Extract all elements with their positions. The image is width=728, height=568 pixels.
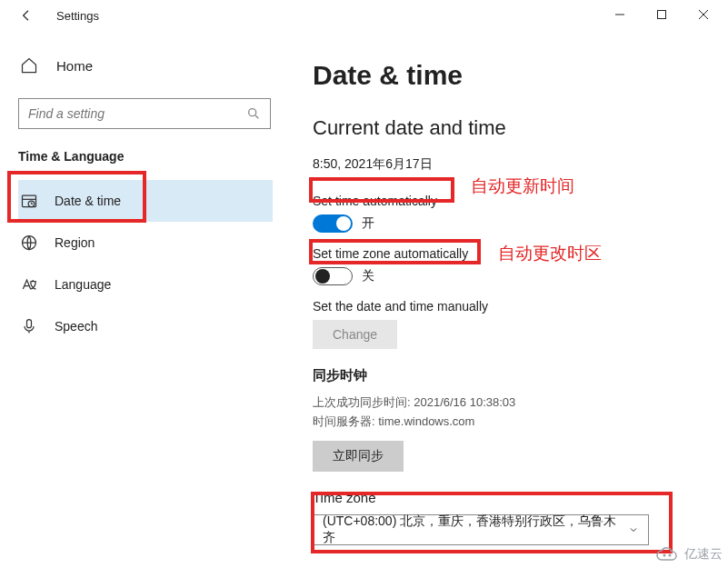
annotation-auto-time: 自动更新时间 [471, 174, 574, 198]
sidebar-item-speech[interactable]: Speech [18, 305, 273, 347]
tz-dropdown[interactable]: (UTC+08:00) 北京，重庆，香港特别行政区，乌鲁木齐 [313, 514, 649, 545]
change-button: Change [313, 320, 397, 349]
set-time-auto-toggle[interactable] [313, 214, 353, 233]
sync-now-button[interactable]: 立即同步 [313, 441, 404, 472]
current-time-heading: Current date and time [313, 116, 706, 140]
close-button[interactable] [683, 0, 724, 29]
content-pane: Date & time Current date and time 8:50, … [291, 29, 728, 568]
search-input[interactable] [18, 98, 271, 129]
toggle-on-label: 开 [362, 215, 374, 232]
sidebar-item-region[interactable]: Region [18, 222, 273, 264]
sidebar-item-label: Speech [55, 319, 97, 334]
manual-time-label: Set the date and time manually [313, 299, 488, 314]
search-icon [246, 106, 261, 121]
svg-rect-12 [27, 320, 32, 328]
watermark: 亿速云 [655, 546, 723, 563]
sidebar-home[interactable]: Home [18, 51, 273, 80]
back-button[interactable] [18, 7, 35, 24]
annotation-auto-tz: 自动更改时区 [498, 242, 602, 265]
home-icon [20, 56, 38, 75]
globe-icon [20, 234, 38, 252]
sync-server: 时间服务器: time.windows.com [313, 413, 706, 432]
sidebar: Home Time & Language Date & time [0, 29, 291, 568]
tz-value: (UTC+08:00) 北京，重庆，香港特别行政区，乌鲁木齐 [323, 513, 628, 546]
svg-line-5 [255, 115, 258, 118]
tz-label: Time zone [313, 490, 706, 505]
toggle-off-label: 关 [362, 268, 374, 284]
search-field[interactable] [28, 106, 246, 121]
sidebar-section-title: Time & Language [18, 149, 273, 164]
svg-point-14 [669, 554, 672, 557]
clock-icon [20, 192, 38, 210]
sync-header: 同步时钟 [313, 367, 706, 384]
set-tz-auto-toggle[interactable] [313, 267, 353, 285]
cloud-icon [655, 546, 679, 563]
home-label: Home [56, 58, 93, 74]
titlebar: Settings [0, 0, 728, 29]
window-title: Settings [56, 9, 99, 23]
page-title: Date & time [313, 60, 706, 91]
svg-point-13 [663, 554, 666, 557]
current-time-value: 8:50, 2021年6月17日 [313, 156, 706, 173]
sync-last-time: 上次成功同步时间: 2021/6/16 10:38:03 [313, 394, 706, 413]
chevron-down-icon [628, 524, 639, 535]
set-tz-auto-label: Set time zone automatically [313, 246, 468, 261]
minimize-button[interactable] [599, 0, 641, 29]
svg-rect-1 [658, 11, 666, 19]
sidebar-item-language[interactable]: Language [18, 264, 273, 305]
mic-icon [20, 317, 38, 335]
svg-point-4 [249, 109, 256, 116]
set-time-auto-label: Set time automatically [313, 194, 437, 208]
sidebar-item-label: Region [55, 235, 95, 250]
sidebar-item-datetime[interactable]: Date & time [18, 180, 273, 222]
sidebar-item-label: Language [55, 277, 111, 292]
language-icon [20, 275, 38, 294]
watermark-text: 亿速云 [684, 546, 723, 563]
maximize-button[interactable] [641, 0, 683, 29]
sidebar-item-label: Date & time [55, 194, 121, 208]
settings-window: Settings Home [0, 0, 728, 568]
